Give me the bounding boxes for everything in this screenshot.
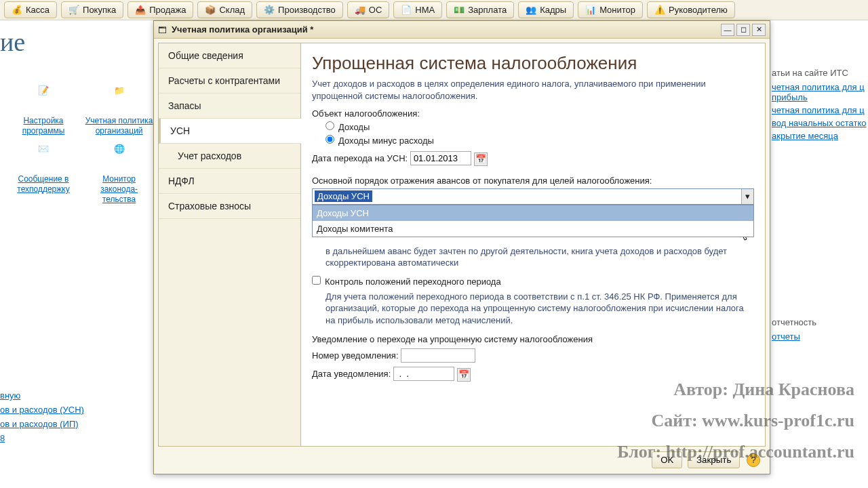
side-header: атьи на сайте ИТС (772, 68, 868, 78)
side-panel: атьи на сайте ИТС четная политика для ц … (765, 54, 868, 344)
calendar-icon[interactable]: 📅 (474, 152, 488, 166)
window-icon: 🗔 (158, 25, 167, 35)
sidelink-3[interactable]: акрытие месяца (772, 131, 868, 141)
tab-insurance[interactable]: Страховые взносы (159, 194, 300, 219)
tab-contragents[interactable]: Расчеты с контрагентами (159, 68, 300, 94)
notif-date-label: Дата уведомления: (312, 369, 391, 379)
tool-kassa[interactable]: 💰Касса (4, 1, 57, 18)
help-icon[interactable]: ? (747, 453, 760, 467)
date-input[interactable] (410, 151, 471, 165)
avans-combobox[interactable]: Доходы УСН ▾ Доходы УСН Доходы комитента (312, 188, 754, 205)
radio-income-expense[interactable]: Доходы минус расходы (326, 136, 434, 146)
tool-monitor[interactable]: 📊Монитор (578, 1, 643, 18)
main-toolbar: 💰Касса 🛒Покупка 📤Продажа 📦Склад ⚙️Произв… (0, 0, 868, 20)
dialog-accounting-policy: 🗔 Учетная политика организаций * — ◻ ✕ О… (153, 20, 770, 474)
page-heading: Упрощенная система налогообложения (312, 53, 754, 74)
notif-title: Уведомление о переходе на упрощенную сис… (312, 334, 754, 344)
tool-purchase[interactable]: 🛒Покупка (61, 1, 123, 18)
radio-income[interactable]: Доходы (326, 122, 370, 132)
dialog-title: Учетная политика организаций * (172, 24, 313, 35)
desktop-icons: 📝Настройка программы 📁Учетная политика о… (7, 81, 156, 208)
calendar-icon-2[interactable]: 📅 (457, 368, 471, 382)
combo-selected: Доходы УСН (315, 190, 372, 202)
hint-avans: в дальнейшем аванс будет зачтен по друго… (326, 245, 754, 269)
icon-lawmonitor[interactable]: 🌐Монитор законода- тельства (85, 144, 153, 204)
close-dialog-button[interactable]: Закрыть (688, 451, 740, 468)
chevron-down-icon[interactable]: ▾ (741, 189, 753, 204)
notif-date-input[interactable] (393, 367, 454, 381)
tool-salary[interactable]: 💵Зарплата (446, 1, 514, 18)
icon-settings[interactable]: 📝Настройка программы (9, 85, 77, 136)
maximize-button[interactable]: ◻ (736, 24, 750, 36)
tab-content: Упрощенная система налогообложения Учет … (301, 43, 765, 446)
object-label: Объект налогообложения: (312, 108, 754, 119)
dialog-footer: OK Закрыть ? (649, 451, 760, 468)
notif-num-label: Номер уведомления: (312, 350, 399, 361)
tab-ndfl[interactable]: НДФЛ (159, 169, 300, 194)
leftlink-2[interactable]: ов и расходов (ИП) (0, 419, 84, 429)
icon-support[interactable]: ✉️Сообщение в техподдержку (9, 144, 77, 194)
tab-usn[interactable]: УСН (159, 119, 301, 144)
checkbox-transition[interactable]: Контроль положений переходного периода (312, 277, 501, 287)
tool-os[interactable]: 🚚ОС (347, 1, 390, 18)
date-label: Дата перехода на УСН: (312, 153, 408, 163)
tab-stock[interactable]: Запасы (159, 94, 300, 119)
side-section2: отчетность (772, 317, 868, 327)
combo-option-0[interactable]: Доходы УСН (313, 205, 753, 221)
tab-expenses[interactable]: Учет расходов (159, 144, 300, 169)
leftlink-0[interactable]: вную (0, 390, 84, 401)
notif-num-input[interactable] (401, 348, 475, 363)
bg-title-fragment: ие (0, 27, 25, 57)
hint-transition: Для учета положений переходного периода … (326, 291, 754, 327)
tool-hr[interactable]: 👥Кадры (518, 1, 574, 18)
tool-production[interactable]: ⚙️Производство (256, 1, 343, 18)
left-links: вную ов и расходов (УСН) ов и расходов (… (0, 386, 84, 447)
tab-general[interactable]: Общие сведения (159, 43, 300, 68)
minimize-button[interactable]: — (721, 24, 734, 36)
sidelink-1[interactable]: четная политика для ц (772, 105, 868, 115)
leftlink-3[interactable]: 8 (0, 433, 84, 443)
close-button[interactable]: ✕ (752, 24, 766, 36)
sidelink-0[interactable]: четная политика для ц прибыль (772, 82, 868, 102)
leftlink-1[interactable]: ов и расходов (УСН) (0, 405, 84, 415)
tool-nma[interactable]: 📄НМА (393, 1, 442, 18)
intro-text: Учет доходов и расходов в целях определе… (312, 78, 754, 102)
ok-button[interactable]: OK (652, 451, 682, 468)
dialog-titlebar[interactable]: 🗔 Учетная политика организаций * — ◻ ✕ (154, 21, 770, 39)
combo-option-1[interactable]: Доходы комитента (313, 221, 753, 237)
tool-warehouse[interactable]: 📦Склад (197, 1, 252, 18)
combo-dropdown: Доходы УСН Доходы комитента (312, 205, 754, 237)
avans-label: Основной порядок отражения авансов от по… (312, 176, 754, 186)
icon-policy[interactable]: 📁Учетная политика организаций (85, 85, 153, 136)
tab-list: Общие сведения Расчеты с контрагентами З… (159, 43, 301, 446)
sidelink2[interactable]: отчеты (772, 331, 868, 342)
tool-sale[interactable]: 📤Продажа (127, 1, 193, 18)
tool-manager[interactable]: ⚠️Руководителю (647, 1, 735, 18)
sidelink-2[interactable]: вод начальных остатко (772, 118, 868, 128)
